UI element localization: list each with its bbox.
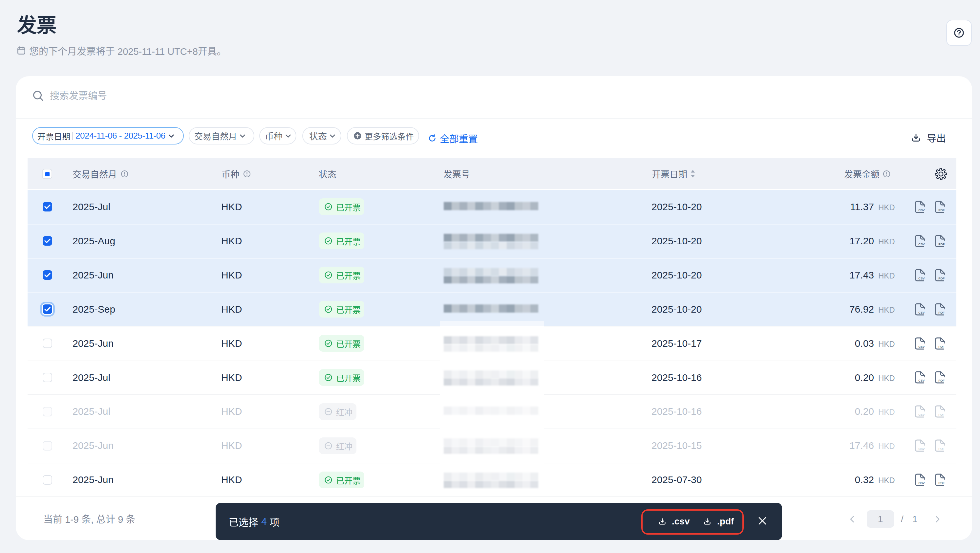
svg-text:CSV: CSV bbox=[918, 311, 925, 314]
svg-text:PDF: PDF bbox=[938, 413, 945, 416]
svg-text:CSV: CSV bbox=[918, 413, 925, 416]
svg-text:PDF: PDF bbox=[938, 311, 945, 314]
svg-text:CSV: CSV bbox=[918, 242, 925, 246]
svg-text:CSV: CSV bbox=[918, 208, 925, 212]
svg-text:PDF: PDF bbox=[938, 242, 945, 246]
svg-text:PDF: PDF bbox=[938, 345, 945, 348]
svg-text:PDF: PDF bbox=[938, 379, 945, 382]
svg-text:PDF: PDF bbox=[938, 447, 945, 451]
svg-text:CSV: CSV bbox=[918, 276, 925, 280]
svg-text:PDF: PDF bbox=[938, 276, 945, 280]
svg-text:PDF: PDF bbox=[938, 208, 945, 212]
svg-text:CSV: CSV bbox=[918, 345, 925, 348]
svg-text:CSV: CSV bbox=[918, 447, 925, 451]
svg-text:CSV: CSV bbox=[918, 379, 925, 382]
svg-text:CSV: CSV bbox=[918, 481, 925, 485]
svg-text:PDF: PDF bbox=[938, 481, 945, 485]
